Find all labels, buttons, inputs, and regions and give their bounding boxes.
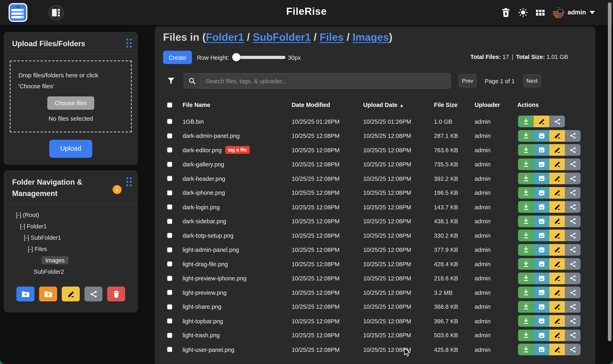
filter-icon[interactable]	[167, 77, 175, 85]
file-dropzone[interactable]: Drop files/folders here or click 'Choose…	[10, 61, 132, 133]
edit-button[interactable]	[549, 230, 565, 241]
row-checkbox[interactable]	[167, 204, 172, 210]
prev-page-button[interactable]: Prev	[459, 74, 477, 88]
share-button[interactable]	[565, 315, 581, 327]
file-name[interactable]: dark-editor.png	[183, 147, 222, 154]
delete-folder-button[interactable]	[107, 287, 125, 301]
grid-view-icon[interactable]	[536, 10, 544, 15]
edit-button[interactable]	[549, 287, 565, 299]
download-button[interactable]	[518, 329, 533, 341]
folder-tree-item-subfolder1[interactable]: [-] SubFolder1	[24, 234, 61, 241]
search-icon[interactable]	[184, 73, 200, 89]
edit-button[interactable]	[549, 130, 565, 142]
share-button[interactable]	[565, 158, 581, 170]
row-checkbox[interactable]	[167, 119, 172, 124]
breadcrumb-link-subfolder1[interactable]: SubFolder1	[253, 31, 311, 43]
row-checkbox[interactable]	[167, 290, 172, 295]
row-checkbox[interactable]	[167, 247, 172, 252]
header-date-modified[interactable]: Date Modified	[292, 102, 363, 108]
preview-button[interactable]	[533, 230, 549, 241]
file-name[interactable]: light-preview-iphone.png	[183, 275, 247, 282]
edit-button[interactable]	[533, 116, 549, 127]
folder-tree-item-images[interactable]: Images	[41, 256, 68, 264]
row-checkbox[interactable]	[167, 162, 172, 167]
header-uploader[interactable]: Uploader	[474, 102, 517, 108]
file-name[interactable]: dark-admin-panel.png	[183, 132, 240, 139]
edit-button[interactable]	[549, 144, 565, 156]
restore-trash-icon[interactable]	[502, 8, 510, 17]
share-button[interactable]	[565, 244, 581, 256]
breadcrumb-link-files[interactable]: Files	[320, 31, 344, 43]
file-name[interactable]: dark-gallery.png	[183, 161, 224, 168]
move-folder-button[interactable]	[39, 287, 57, 301]
file-tag-badge[interactable]: tag a file	[225, 146, 250, 154]
edit-button[interactable]	[549, 258, 565, 270]
download-button[interactable]	[518, 273, 533, 284]
share-button[interactable]	[565, 130, 581, 142]
preview-button[interactable]	[533, 130, 549, 142]
file-name[interactable]: dark-iphone.png	[183, 190, 225, 196]
row-checkbox[interactable]	[167, 147, 172, 153]
edit-button[interactable]	[549, 315, 565, 327]
folder-tree-item-files[interactable]: [-] Files	[28, 246, 47, 252]
row-checkbox[interactable]	[167, 275, 172, 281]
preview-button[interactable]	[533, 144, 549, 156]
edit-button[interactable]	[549, 344, 565, 355]
download-button[interactable]	[518, 116, 533, 127]
row-checkbox[interactable]	[167, 176, 172, 181]
share-button[interactable]	[549, 116, 565, 127]
edit-button[interactable]	[549, 158, 565, 170]
row-checkbox[interactable]	[167, 219, 172, 224]
file-name[interactable]: light-drag-file.png	[183, 261, 228, 267]
share-button[interactable]	[565, 230, 581, 241]
file-name[interactable]: light-share.png	[183, 303, 221, 310]
folder-tree-item-folder1[interactable]: [-] Folder1	[20, 223, 47, 230]
next-page-button[interactable]: Next	[523, 74, 541, 88]
header-file-name[interactable]: File Name	[183, 102, 292, 108]
file-name[interactable]: 1GB.bin	[183, 118, 204, 125]
download-button[interactable]	[518, 158, 533, 170]
row-checkbox[interactable]	[167, 347, 172, 352]
download-button[interactable]	[518, 258, 533, 270]
breadcrumb-link-images[interactable]: Images	[352, 31, 389, 43]
preview-button[interactable]	[533, 187, 549, 199]
edit-button[interactable]	[549, 329, 565, 341]
drag-handle-icon[interactable]	[126, 177, 132, 186]
download-button[interactable]	[518, 301, 533, 312]
file-name[interactable]: light-admin-panel.png	[183, 246, 239, 253]
file-name[interactable]: light-preview.png	[183, 289, 227, 296]
scrollbar[interactable]	[608, 2, 611, 341]
slider-thumb[interactable]	[232, 53, 240, 61]
header-upload-date[interactable]: Upload Date▲	[363, 102, 434, 108]
breadcrumb-link-folder1[interactable]: Folder1	[206, 31, 244, 43]
header-file-size[interactable]: File Size	[434, 102, 475, 108]
choose-files-button[interactable]: Choose files	[47, 96, 94, 110]
row-height-slider[interactable]	[233, 56, 285, 59]
row-checkbox[interactable]	[167, 304, 172, 310]
folder-tree-item-root[interactable]: [-] (Root)	[16, 212, 39, 218]
row-checkbox[interactable]	[167, 318, 172, 324]
preview-button[interactable]	[533, 258, 549, 270]
share-folder-button[interactable]	[84, 287, 103, 301]
preview-button[interactable]	[533, 344, 549, 355]
create-button[interactable]: Create	[163, 51, 192, 64]
download-button[interactable]	[518, 173, 533, 184]
share-button[interactable]	[565, 344, 581, 355]
share-button[interactable]	[565, 258, 581, 270]
row-checkbox[interactable]	[167, 133, 172, 139]
search-input[interactable]	[200, 73, 451, 89]
preview-button[interactable]	[533, 244, 549, 256]
share-button[interactable]	[565, 187, 581, 199]
preview-button[interactable]	[533, 173, 549, 184]
create-folder-button[interactable]	[16, 287, 34, 301]
download-button[interactable]	[518, 315, 533, 327]
row-checkbox[interactable]	[167, 261, 172, 267]
edit-button[interactable]	[549, 173, 565, 184]
preview-button[interactable]	[533, 287, 549, 299]
user-menu[interactable]: admin	[553, 7, 595, 18]
folder-tree-item-subfolder2[interactable]: SubFolder2	[34, 268, 64, 275]
edit-button[interactable]	[549, 301, 565, 312]
light-mode-sun-icon[interactable]	[518, 8, 528, 17]
share-button[interactable]	[565, 273, 581, 284]
edit-button[interactable]	[549, 201, 565, 213]
